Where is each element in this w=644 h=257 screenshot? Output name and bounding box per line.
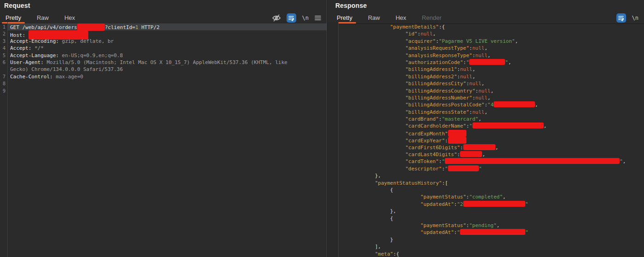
code-line: "paymentDetails":{ bbox=[342, 23, 644, 30]
redaction-box bbox=[469, 59, 505, 65]
response-panel: Response PrettyRawHexRender \n "paymentD… bbox=[328, 0, 644, 257]
code-line: "billingAddressPostalCode":"4, bbox=[342, 101, 644, 108]
redaction-box bbox=[460, 151, 482, 157]
code-line: Accept-Language: en-US;q=0.9,en;q=0.8 bbox=[8, 52, 327, 59]
code-line: "billingAddressCountry":null, bbox=[342, 88, 644, 94]
redaction-box bbox=[448, 137, 466, 144]
code-line: "cardCardholderName":", bbox=[342, 123, 644, 129]
code-line: "meta":{ bbox=[342, 251, 644, 257]
newline-icon[interactable]: \n bbox=[632, 15, 638, 21]
code-line bbox=[8, 88, 327, 94]
code-line: }, bbox=[342, 172, 644, 179]
line-number: 1 bbox=[0, 23, 6, 30]
code-line: "billingAddressState":null, bbox=[342, 109, 644, 116]
code-line: "cardExpYear": bbox=[342, 137, 644, 144]
code-line: { bbox=[342, 215, 644, 222]
eye-off-icon[interactable] bbox=[272, 14, 281, 22]
code-line: } bbox=[342, 236, 644, 243]
code-line: "analysisRequestType":null, bbox=[342, 45, 644, 52]
code-line: "updatedAt":"2" bbox=[342, 201, 644, 208]
code-line: Gecko) Chrome/134.0.0.0 Safari/537.36 bbox=[8, 66, 327, 73]
line-number: 4 bbox=[0, 45, 6, 52]
code-line: "paymentStatus":"pending", bbox=[342, 222, 644, 229]
request-panel: Request PrettyRawHex \n 123456789 GET /w… bbox=[0, 0, 327, 257]
wrap-lines-icon[interactable] bbox=[616, 13, 626, 23]
response-code-lines: "paymentDetails":{"id":null,"acquirer":"… bbox=[342, 22, 644, 257]
code-line: Cache-Control: max-age=0 bbox=[8, 73, 327, 80]
http-message-viewer: Request PrettyRawHex \n 123456789 GET /w… bbox=[0, 0, 644, 257]
code-line: "billingAddress2":null, bbox=[342, 73, 644, 80]
line-number: 7 bbox=[0, 73, 6, 80]
request-code-lines: GET /web/api/v4/orders?clientId=1 HTTP/2… bbox=[0, 22, 327, 94]
code-line: Accept: */* bbox=[8, 45, 327, 52]
response-editor[interactable]: "paymentDetails":{"id":null,"acquirer":"… bbox=[328, 22, 644, 257]
code-line: "billingAddressNumber":null, bbox=[342, 94, 644, 101]
code-line: "id":null, bbox=[342, 30, 644, 37]
code-line: "billingAddressCity":null, bbox=[342, 80, 644, 87]
redaction-box bbox=[77, 23, 105, 31]
newline-icon[interactable]: \n bbox=[302, 15, 309, 21]
redaction-box bbox=[460, 229, 525, 235]
redaction-box bbox=[448, 130, 466, 137]
code-line: "analysisResponseType":null, bbox=[342, 52, 644, 59]
request-panel-title: Request bbox=[0, 0, 327, 12]
code-line: "cardFirst6Digits":, bbox=[342, 144, 644, 151]
redaction-box bbox=[494, 101, 535, 107]
code-line: "acquirer":"Pagarme V5 LIVE version", bbox=[342, 38, 644, 45]
redaction-box bbox=[445, 158, 620, 164]
line-number: 9 bbox=[0, 88, 6, 94]
line-number bbox=[0, 66, 6, 73]
code-line bbox=[8, 80, 327, 87]
code-line: "authorizationCode":"", bbox=[342, 59, 644, 66]
line-number: 2 bbox=[0, 30, 6, 37]
redaction-box bbox=[448, 165, 479, 171]
code-line: User-Agent: Mozilla/5.0 (Macintosh; Inte… bbox=[8, 59, 327, 66]
request-line-numbers: 123456789 bbox=[0, 22, 8, 257]
line-number: 6 bbox=[0, 59, 6, 66]
response-panel-title: Response bbox=[328, 0, 644, 12]
code-line: "cardLast4Digits":, bbox=[342, 151, 644, 158]
redaction-box bbox=[472, 123, 544, 128]
code-line: "cardToken":"", bbox=[342, 158, 644, 165]
line-number: 3 bbox=[0, 38, 6, 45]
code-line: ], bbox=[342, 243, 644, 250]
line-number: 5 bbox=[0, 52, 6, 59]
code-line: "cardExpMonth" bbox=[342, 130, 644, 137]
code-line: "updatedAt":"" bbox=[342, 229, 644, 236]
menu-icon[interactable] bbox=[315, 15, 321, 21]
code-line: "paymentStatusHistory":[ bbox=[342, 180, 644, 187]
code-line: Host: bbox=[8, 30, 327, 37]
code-line: "paymentStatus":"completed", bbox=[342, 193, 644, 200]
code-line: }, bbox=[342, 208, 644, 215]
code-line: "billingAddress1":null, bbox=[342, 66, 644, 73]
redaction-box bbox=[463, 144, 495, 150]
request-editor[interactable]: 123456789 GET /web/api/v4/orders?clientI… bbox=[0, 22, 327, 257]
code-line: "cardBrand":"mastercard", bbox=[342, 116, 644, 123]
code-line: "descriptor":"" bbox=[342, 165, 644, 172]
code-line: { bbox=[342, 187, 644, 193]
code-line: Accept-Encoding: gzip, deflate, br bbox=[8, 38, 327, 45]
code-line: GET /web/api/v4/orders?clientId=1 HTTP/2 bbox=[8, 23, 327, 30]
wrap-lines-icon[interactable] bbox=[287, 13, 296, 23]
line-number: 8 bbox=[0, 80, 6, 87]
redaction-box bbox=[463, 201, 525, 207]
